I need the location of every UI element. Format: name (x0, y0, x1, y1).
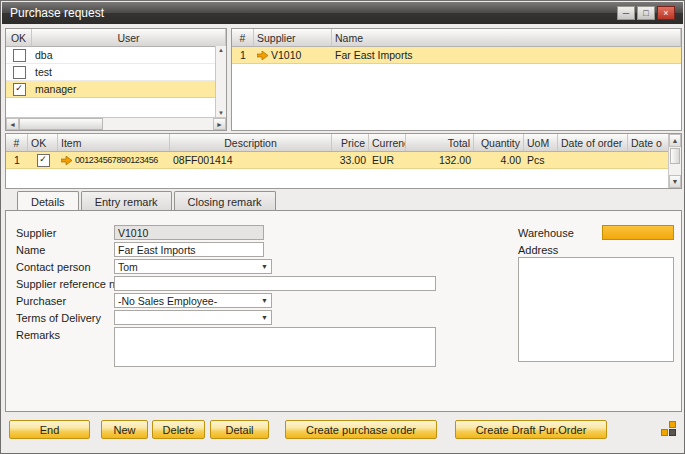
row-number: 1 (14, 154, 20, 166)
window-title: Purchase request (10, 6, 104, 20)
column-header-total: Total (406, 134, 474, 151)
window-controls: ─ □ × (617, 6, 675, 20)
supplier-row[interactable]: 1 V1010 Far East Imports (232, 47, 681, 64)
column-header-item: Item (58, 134, 170, 151)
tab-details[interactable]: Details (17, 191, 79, 212)
scrollbar-thumb[interactable] (670, 148, 680, 164)
name-field[interactable] (114, 242, 264, 257)
end-button[interactable]: End (9, 420, 90, 439)
grip-square (669, 429, 676, 436)
approver-row-manager[interactable]: ✓ manager (6, 81, 226, 98)
contact-person-select[interactable]: Tom ▼ (114, 259, 272, 274)
titlebar[interactable]: Purchase request ─ □ × (2, 2, 683, 24)
remarks-textarea[interactable] (114, 327, 436, 367)
ok-checkbox[interactable] (13, 66, 26, 79)
create-draft-purchase-order-label: Create Draft Pur.Order (476, 424, 587, 436)
ok-checkbox[interactable]: ✓ (37, 154, 50, 167)
new-button-label: New (113, 424, 135, 436)
item-row[interactable]: 1 ✓ 001234567890123456 08FF001414 33.00 … (6, 152, 681, 169)
scroll-down-icon[interactable]: ▼ (669, 175, 681, 188)
remarks-label: Remarks (16, 329, 60, 341)
row-number: 1 (240, 49, 246, 61)
link-arrow-icon[interactable] (61, 156, 72, 165)
user-name: test (35, 66, 52, 78)
column-header-number: # (232, 29, 254, 46)
scroll-right-icon[interactable]: ► (213, 118, 226, 130)
terms-of-delivery-select[interactable]: ▼ (114, 310, 272, 325)
maximize-button[interactable]: □ (637, 6, 655, 20)
column-header-user: User (32, 29, 226, 46)
terms-of-delivery-label: Terms of Delivery (16, 312, 101, 324)
purchaser-value: -No Sales Employee- (118, 295, 217, 307)
user-name: manager (35, 83, 76, 95)
item-uom: Pcs (527, 154, 545, 166)
approvers-grid: OK User dba test ✓ manager ▲ ▼ ◄ ► (5, 28, 227, 131)
warehouse-field[interactable] (602, 225, 674, 240)
supplier-label: Supplier (16, 227, 56, 239)
item-description: 08FF001414 (173, 154, 233, 166)
purchaser-select[interactable]: -No Sales Employee- ▼ (114, 293, 272, 308)
scroll-left-icon[interactable]: ◄ (6, 118, 19, 130)
suppliers-header-row: # Supplier Name (232, 29, 681, 47)
scroll-up-icon[interactable]: ▲ (218, 47, 224, 53)
approvers-vertical-scrollbar[interactable]: ▲ ▼ (215, 46, 226, 117)
tab-closing-remark[interactable]: Closing remark (174, 191, 276, 211)
create-draft-purchase-order-button[interactable]: Create Draft Pur.Order (455, 420, 607, 439)
column-header-ok: OK (6, 29, 32, 46)
maximize-icon: □ (643, 9, 648, 18)
end-button-label: End (40, 424, 60, 436)
resize-grip-icon[interactable] (661, 421, 677, 437)
user-name: dba (35, 49, 53, 61)
create-purchase-order-label: Create purchase order (306, 424, 416, 436)
chevron-down-icon: ▼ (261, 314, 268, 321)
supplier-field[interactable] (114, 225, 264, 240)
address-label: Address (518, 244, 558, 256)
tab-label: Entry remark (95, 196, 158, 208)
detail-button-label: Detail (225, 424, 253, 436)
item-code: 001234567890123456 (75, 155, 158, 165)
column-header-supplier: Supplier (254, 29, 332, 46)
close-icon: × (663, 9, 668, 18)
address-textarea[interactable] (518, 257, 674, 362)
tab-entry-remark[interactable]: Entry remark (81, 191, 172, 211)
column-header-name: Name (332, 29, 681, 46)
scroll-up-icon[interactable]: ▲ (669, 134, 681, 147)
item-currency: EUR (372, 154, 394, 166)
supplier-name: Far East Imports (335, 49, 413, 61)
minimize-icon: ─ (623, 9, 629, 18)
minimize-button[interactable]: ─ (617, 6, 635, 20)
grip-square (669, 421, 676, 428)
item-total: 132.00 (439, 154, 471, 166)
close-button[interactable]: × (657, 6, 675, 20)
detail-button[interactable]: Detail (210, 420, 269, 439)
delete-button[interactable]: Delete (152, 420, 205, 439)
new-button[interactable]: New (101, 420, 148, 439)
scrollbar-thumb[interactable] (19, 118, 103, 130)
approvers-horizontal-scrollbar[interactable]: ◄ ► (6, 117, 226, 130)
purchaser-label: Purchaser (16, 295, 66, 307)
approver-row-dba[interactable]: dba (6, 47, 226, 64)
scroll-down-icon[interactable]: ▼ (218, 110, 224, 116)
check-icon: ✓ (39, 155, 47, 164)
name-label: Name (16, 244, 45, 256)
column-header-currency: Currency (369, 134, 406, 151)
supplier-reference-label: Supplier reference nu (16, 278, 121, 290)
ok-checkbox[interactable]: ✓ (13, 83, 26, 96)
column-header-quantity: Quantity (474, 134, 524, 151)
ok-checkbox[interactable] (13, 49, 26, 62)
purchase-request-window: Purchase request ─ □ × OK User dba test … (0, 0, 685, 454)
supplier-code: V1010 (271, 49, 301, 61)
contact-person-value: Tom (118, 261, 138, 273)
column-header-description: Description (170, 134, 332, 151)
approver-row-test[interactable]: test (6, 64, 226, 81)
link-arrow-icon[interactable] (257, 51, 268, 60)
chevron-down-icon: ▼ (261, 263, 268, 270)
items-header-row: # OK Item Description Price Currency Tot… (6, 134, 681, 152)
items-vertical-scrollbar[interactable]: ▲ ▼ (668, 134, 681, 188)
create-purchase-order-button[interactable]: Create purchase order (285, 420, 437, 439)
items-grid: # OK Item Description Price Currency Tot… (5, 133, 682, 189)
supplier-reference-field[interactable] (114, 276, 436, 291)
item-price: 33.00 (340, 154, 366, 166)
tab-label: Details (31, 196, 65, 208)
check-icon: ✓ (15, 84, 23, 93)
